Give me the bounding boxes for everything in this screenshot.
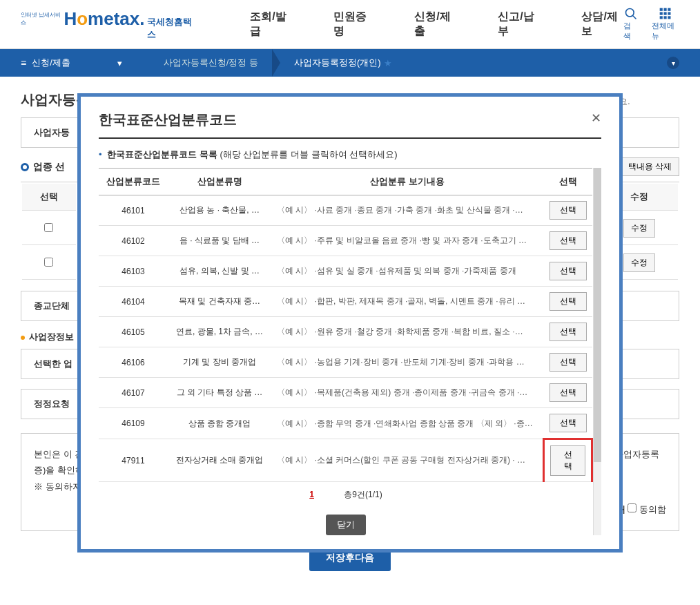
select-button[interactable]: 선택	[550, 445, 585, 476]
cell-desc: 〈예 시〉 ·섬유 및 실 중개 ·섬유제품 및 의복 중개 ·가죽제품 중개	[271, 256, 544, 287]
cell-code: 47911	[99, 439, 168, 482]
cell-code: 46102	[99, 226, 168, 256]
cell-select: 선택	[544, 256, 592, 287]
cell-select: 선택	[544, 226, 592, 256]
cell-code: 46106	[99, 347, 168, 378]
page-info: 총9건(1/1)	[344, 490, 382, 499]
scrollbar-thumb[interactable]	[594, 168, 601, 462]
table-row[interactable]: 46105연료, 광물, 1차 금속, …〈예 시〉 ·원유 중개 ·철강 중개…	[99, 317, 592, 347]
cell-name: 상품 종합 중개업	[168, 408, 271, 439]
cell-name: 음 · 식료품 및 담배 …	[168, 226, 271, 256]
table-row[interactable]: 46104목재 및 건축자재 중…〈예 시〉 ·합판, 박판, 제재목 중개 ·…	[99, 287, 592, 317]
cell-desc: 〈예 시〉 ·원유 중개 ·철강 중개 ·화학제품 중개 ·복합 비료, 질소 …	[271, 317, 544, 347]
select-button[interactable]: 선택	[550, 414, 587, 432]
cell-desc: 〈예 시〉 ·소셜 커머스(할인 쿠폰 공동 구매형 전자상거래 중개) · …	[271, 439, 544, 482]
cell-desc: 〈예 시〉 ·농업용 기계·장비 중개 ·반도체 기계·장비 중개 ·과학용 …	[271, 347, 544, 378]
scrollbar[interactable]	[593, 168, 601, 535]
cell-name: 전자상거래 소매 중개업	[168, 439, 271, 482]
cell-name: 목재 및 건축자재 중…	[168, 287, 271, 317]
cell-select: 선택	[544, 378, 592, 408]
col-name: 산업분류명	[168, 169, 271, 195]
col-desc: 산업분류 보기내용	[271, 169, 544, 195]
cell-desc: 〈예 시〉 ·합판, 박판, 제재목 중개 ·골재, 벽돌, 시멘트 중개 ·유…	[271, 287, 544, 317]
select-button[interactable]: 선택	[550, 323, 587, 341]
cell-desc: 〈예 시〉 ·종합 무역 중개 ·연쇄화사업 종합 상품 중개 〈제 외〉 ·종…	[271, 408, 544, 439]
select-button[interactable]: 선택	[550, 353, 587, 372]
industry-code-modal: 한국표준산업분류코드 ✕ • 한국표준산업분류코드 목록 (해당 산업분류를 더…	[77, 93, 623, 553]
cell-desc: 〈예 시〉 ·목제품(건축용 제외) 중개 ·종이제품 중개 ·귀금속 중개 ·…	[271, 378, 544, 408]
table-row[interactable]: 46101산업용 농 · 축산물, …〈예 시〉 ·사료 중개 ·종묘 중개 ·…	[99, 195, 592, 226]
cell-code: 46105	[99, 317, 168, 347]
table-row[interactable]: 46107그 외 기타 특정 상품 …〈예 시〉 ·목제품(건축용 제외) 중개…	[99, 378, 592, 408]
cell-name: 섬유, 의복, 신발 및 …	[168, 256, 271, 287]
cell-desc: 〈예 시〉 ·주류 및 비알코올 음료 중개 ·빵 및 과자 중개 ·도축고기 …	[271, 226, 544, 256]
close-icon[interactable]: ✕	[591, 111, 601, 129]
cell-code: 46103	[99, 256, 168, 287]
cell-code: 46104	[99, 287, 168, 317]
modal-sub-bold: 한국표준산업분류코드 목록	[107, 149, 217, 160]
cell-select: 선택	[544, 317, 592, 347]
close-button[interactable]: 닫기	[326, 515, 366, 535]
modal-overlay: 한국표준산업분류코드 ✕ • 한국표준산업분류코드 목록 (해당 산업분류를 더…	[0, 0, 700, 585]
bullet-icon: •	[99, 149, 102, 160]
select-button[interactable]: 선택	[550, 201, 587, 220]
cell-select: 선택	[544, 287, 592, 317]
cell-code: 46109	[99, 408, 168, 439]
page-number[interactable]: 1	[309, 490, 314, 499]
cell-name: 산업용 농 · 축산물, …	[168, 195, 271, 226]
select-button[interactable]: 선택	[550, 292, 587, 311]
table-row[interactable]: 46106기계 및 장비 중개업〈예 시〉 ·농업용 기계·장비 중개 ·반도체…	[99, 347, 592, 378]
cell-name: 연료, 광물, 1차 금속, …	[168, 317, 271, 347]
cell-name: 기계 및 장비 중개업	[168, 347, 271, 378]
cell-code: 46101	[99, 195, 168, 226]
industry-code-table: 산업분류코드 산업분류명 산업분류 보기내용 선택 46101산업용 농 · 축…	[99, 168, 593, 482]
pagination: 1 총9건(1/1)	[99, 489, 593, 501]
table-row[interactable]: 46102음 · 식료품 및 담배 …〈예 시〉 ·주류 및 비알코올 음료 중…	[99, 226, 592, 256]
col-select: 선택	[544, 169, 592, 195]
cell-select: 선택	[544, 195, 592, 226]
select-button[interactable]: 선택	[550, 383, 587, 402]
col-code: 산업분류코드	[99, 169, 168, 195]
cell-code: 46107	[99, 378, 168, 408]
cell-desc: 〈예 시〉 ·사료 중개 ·종묘 중개 ·가축 중개 ·화초 및 산식물 중개 …	[271, 195, 544, 226]
cell-name: 그 외 기타 특정 상품 …	[168, 378, 271, 408]
table-row[interactable]: 46109상품 종합 중개업〈예 시〉 ·종합 무역 중개 ·연쇄화사업 종합 …	[99, 408, 592, 439]
select-button[interactable]: 선택	[550, 231, 587, 250]
modal-sub-note: (해당 산업분류를 더블 클릭하여 선택하세요)	[220, 149, 397, 160]
table-row[interactable]: 47911전자상거래 소매 중개업〈예 시〉 ·소셜 커머스(할인 쿠폰 공동 …	[99, 439, 592, 482]
table-row[interactable]: 46103섬유, 의복, 신발 및 …〈예 시〉 ·섬유 및 실 중개 ·섬유제…	[99, 256, 592, 287]
cell-select: 선택	[544, 347, 592, 378]
cell-select: 선택	[544, 439, 592, 482]
modal-title: 한국표준산업분류코드	[99, 111, 237, 129]
cell-select: 선택	[544, 408, 592, 439]
select-button[interactable]: 선택	[550, 262, 587, 280]
modal-subtitle: • 한국표준산업분류코드 목록 (해당 산업분류를 더블 클릭하여 선택하세요)	[99, 148, 601, 161]
